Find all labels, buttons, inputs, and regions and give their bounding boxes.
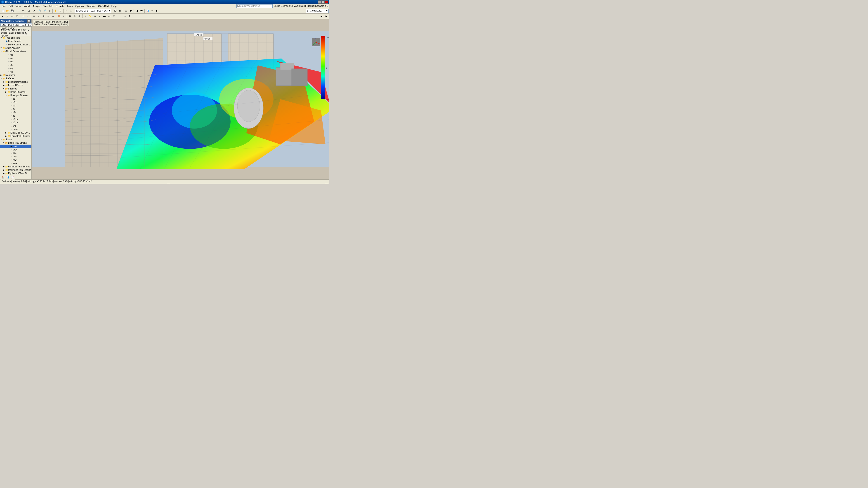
tb-undo[interactable]: ↩: [16, 8, 21, 13]
tb-zoom-all[interactable]: ⊞: [47, 8, 52, 13]
tb-render-mode[interactable]: ◨: [134, 8, 139, 13]
nav-sigma-2m[interactable]: ○ σ2,m: [0, 121, 31, 124]
tb2-strains[interactable]: ∞: [51, 14, 55, 19]
tb-result-diagram[interactable]: 📊: [145, 8, 150, 13]
tb2-nodes[interactable]: ●: [0, 14, 5, 19]
tb-open[interactable]: 📂: [5, 8, 10, 13]
tb-animate[interactable]: ▶: [155, 8, 159, 13]
nav-strains[interactable]: ▼ 📂 Strains: [0, 138, 31, 141]
nav-uz[interactable]: ○ uz: [0, 60, 31, 63]
menu-file[interactable]: File: [0, 4, 7, 8]
nav-uy[interactable]: ○ uy: [0, 57, 31, 60]
view-dropdown[interactable]: 1 - Global XYZ ▼: [306, 9, 329, 13]
nav-static-analysis[interactable]: ▼ 📁 Static Analysis: [0, 46, 31, 50]
nav-phi-x[interactable]: ○ φx: [0, 63, 31, 67]
navigator-close[interactable]: ✕: [27, 20, 31, 23]
nav-tau-max[interactable]: ○ τmax: [0, 128, 31, 131]
tb2-supports[interactable]: ⊥: [21, 14, 25, 19]
tb2-color-diagram[interactable]: 🎨: [57, 14, 61, 19]
nav-diff-initial[interactable]: ○ Differences to initial state: [0, 43, 31, 46]
tb2-node[interactable]: ⊙: [93, 14, 97, 19]
nav-basic-stresses[interactable]: ▶ 📁 Basic Stresses: [0, 90, 31, 94]
maximize-button[interactable]: □: [321, 0, 324, 4]
tb2-internal-forces[interactable]: ⊞: [41, 14, 46, 19]
nav-sigma-1-plus[interactable]: ○ σ1+: [0, 101, 31, 104]
menu-results[interactable]: Results: [55, 4, 66, 8]
tb2-cursor[interactable]: ↖: [83, 14, 88, 19]
nav-principal-total[interactable]: ▶ 📁 Principal Total Strains: [0, 165, 31, 168]
nav-local-def[interactable]: ▶ 📁 Local Deformations: [0, 80, 31, 84]
tb2-back[interactable]: ◀: [319, 14, 324, 19]
tb-section-cut[interactable]: ✂: [150, 8, 155, 13]
menu-insert[interactable]: Insert: [22, 4, 31, 8]
nav-ux[interactable]: ○ ux: [0, 53, 31, 57]
tb-move[interactable]: ✋: [53, 8, 58, 13]
nav-max-total[interactable]: ▶ 📁 Maximum Total Strains: [0, 168, 31, 172]
tb2-load-area[interactable]: ↧: [127, 14, 132, 19]
nav-equiv-stresses[interactable]: ▶ 📁 Equivalent Stresses: [0, 134, 31, 138]
tb-zoom-out[interactable]: 🔎: [42, 8, 47, 13]
nav-data-icon[interactable]: 📊: [5, 175, 10, 180]
tb2-load-node[interactable]: ↓: [118, 14, 122, 19]
tb2-lines[interactable]: ╱: [5, 14, 10, 19]
menu-calculate[interactable]: Calculate: [41, 4, 55, 8]
tb2-surfaces[interactable]: ▭: [10, 14, 14, 19]
tb2-global-def[interactable]: ≋: [32, 14, 36, 19]
tb2-stresses[interactable]: ∿: [46, 14, 51, 19]
tb-rotate[interactable]: ↻: [58, 8, 63, 13]
tb2-load-line[interactable]: ↓↓: [123, 14, 127, 19]
nav-sigma-1-minus[interactable]: ○ σ1-: [0, 104, 31, 107]
nav-members[interactable]: ▶ 📂 Members: [0, 73, 31, 77]
tb-zoom-in[interactable]: 🔍: [38, 8, 42, 13]
nav-results-icon[interactable]: 📈: [10, 175, 15, 180]
nav-phi-z[interactable]: ○ φz: [0, 70, 31, 73]
tb2-surface2[interactable]: ▭: [107, 14, 112, 19]
menu-assign[interactable]: Assign: [31, 4, 41, 8]
surfaces-close-button[interactable]: ✕: [325, 184, 328, 185]
tb2-next[interactable]: ▶: [324, 14, 329, 19]
nav-surfaces[interactable]: ▼ 📂 Surfaces: [0, 77, 31, 80]
tb-print[interactable]: 🖨: [27, 8, 31, 13]
tb2-solids[interactable]: ⬡: [15, 14, 19, 19]
nav-basic-total-strains[interactable]: ▼ 📂 Basic Total Strains: [0, 141, 31, 144]
tb2-solid2[interactable]: ⬡: [112, 14, 116, 19]
nav-type-of-results[interactable]: ▼ 📁 Type of results: [0, 36, 31, 39]
nav-global-def[interactable]: ▼ 📂 Global Deformations: [0, 50, 31, 53]
tb-export[interactable]: ↗: [32, 8, 36, 13]
tb-3d[interactable]: 3D: [113, 8, 117, 13]
surfaces-maximize-button[interactable]: ↑: [166, 184, 170, 185]
nav-theta-c[interactable]: ○ θc: [0, 114, 31, 118]
tb2-local-def[interactable]: ≈: [36, 14, 41, 19]
tb2-line[interactable]: ╱: [97, 14, 102, 19]
nav-gamma-plus[interactable]: ○ γxy+: [0, 158, 31, 162]
tb-save[interactable]: 💾: [10, 8, 14, 13]
menu-options[interactable]: Options: [74, 4, 85, 8]
minimize-button[interactable]: −: [318, 0, 321, 4]
nav-eyy-plus[interactable]: ○ εyy+: [0, 148, 31, 151]
menu-window[interactable]: Window: [85, 4, 97, 8]
nav-exx-plus[interactable]: ◉ εxx+: [0, 144, 31, 148]
menu-view[interactable]: View: [14, 4, 22, 8]
nav-project-icon[interactable]: 🏠: [0, 175, 5, 180]
tb-new[interactable]: 📄: [0, 8, 5, 13]
nav-internal-forces[interactable]: ▶ 📁 Internal Forces: [0, 84, 31, 87]
tb2-loads[interactable]: ↓: [26, 14, 30, 19]
nav-sigma-2-plus[interactable]: ○ σ2+: [0, 107, 31, 111]
search-input[interactable]: [237, 4, 273, 8]
tb-display[interactable]: 👁: [139, 8, 144, 13]
nav-gamma-minus[interactable]: ○ γxy-: [0, 162, 31, 165]
nav-theta-m[interactable]: ○ θm: [0, 124, 31, 128]
tb-solid[interactable]: ⬢: [128, 8, 133, 13]
tb-redo[interactable]: ↪: [21, 8, 25, 13]
tb2-member[interactable]: ▬: [102, 14, 107, 19]
title-bar-controls[interactable]: − □ ✕: [318, 0, 328, 4]
tb-box-select[interactable]: ⬚: [69, 8, 73, 13]
tb-front[interactable]: ▣: [118, 8, 122, 13]
menu-cad-bim[interactable]: CAD-BIM: [97, 4, 110, 8]
loadcase-dropdown[interactable]: S: CO2 LC1 + LC2 + LC3 + LC4 ▼: [75, 9, 111, 13]
nav-equiv-total[interactable]: ▶ 📁 Equivalent Total Strains: [0, 172, 31, 175]
viewport[interactable]: 175.00 400.00 m: [32, 19, 329, 180]
nav-elastic-stress[interactable]: ▶ 📁 Elastic Stress Components: [0, 131, 31, 134]
tb2-iso-lines[interactable]: ≡: [61, 14, 66, 19]
menu-tools[interactable]: Tools: [65, 4, 74, 8]
